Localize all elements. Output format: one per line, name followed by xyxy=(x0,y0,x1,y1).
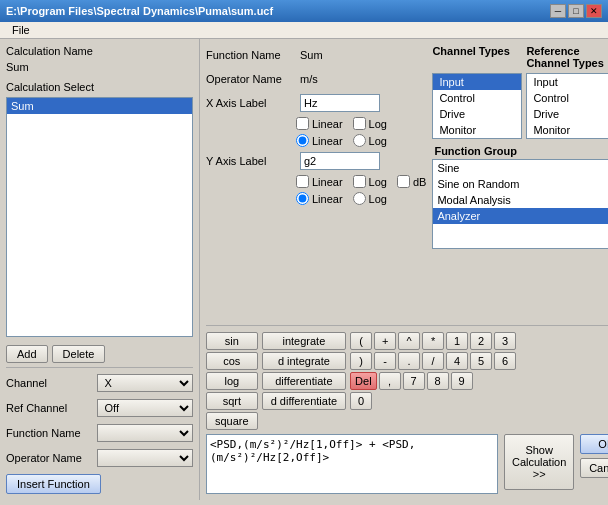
d-integrate-button[interactable]: d integrate xyxy=(262,352,346,370)
open-paren-button[interactable]: ( xyxy=(350,332,372,350)
calc-name-value: Sum xyxy=(6,61,193,73)
num4-button[interactable]: 4 xyxy=(446,352,468,370)
y-db1-check[interactable] xyxy=(397,175,410,188)
close-button[interactable]: ✕ xyxy=(586,4,602,18)
x-log1-check[interactable] xyxy=(353,117,366,130)
comma-button[interactable]: , xyxy=(379,372,401,390)
ref-channel-types-list[interactable]: Input Control Drive Monitor xyxy=(526,73,608,139)
close-paren-button[interactable]: ) xyxy=(350,352,372,370)
ops-col: integrate d integrate differentiate d di… xyxy=(262,332,346,430)
function-name-row: Function Name Sum xyxy=(206,45,426,65)
num2-button[interactable]: 2 xyxy=(470,332,492,350)
list-item[interactable]: Sum xyxy=(7,98,192,114)
slash-button[interactable]: / xyxy=(422,352,444,370)
log-button[interactable]: log xyxy=(206,372,258,390)
y-linear1-check[interactable] xyxy=(296,175,309,188)
ref-control[interactable]: Control xyxy=(527,90,608,106)
integrate-button[interactable]: integrate xyxy=(262,332,346,350)
x-log2-radio[interactable] xyxy=(353,134,366,147)
show-calculation-button[interactable]: Show Calculation >> xyxy=(504,434,574,490)
bottom-section: sin cos log sqrt square integrate d inte… xyxy=(206,325,608,494)
minimize-button[interactable]: ─ xyxy=(550,4,566,18)
num0-button[interactable]: 0 xyxy=(350,392,372,410)
insert-function-button[interactable]: Insert Function xyxy=(6,474,101,494)
fg-modal[interactable]: Modal Analysis xyxy=(433,192,608,208)
ref-channel-row: Ref Channel Off xyxy=(6,399,193,417)
fg-sine[interactable]: Sine xyxy=(433,160,608,176)
d-differentiate-button[interactable]: d differentiate xyxy=(262,392,346,410)
lower-operator-dropdown[interactable] xyxy=(97,449,193,467)
channel-drive[interactable]: Drive xyxy=(433,106,521,122)
add-button[interactable]: Add xyxy=(6,345,48,363)
y-checkbox-row: Linear Log dB xyxy=(296,175,426,188)
cos-button[interactable]: cos xyxy=(206,352,258,370)
y-axis-input[interactable] xyxy=(300,152,380,170)
channel-input[interactable]: Input xyxy=(433,74,521,90)
y-log1-check[interactable] xyxy=(353,175,366,188)
num6-button[interactable]: 6 xyxy=(494,352,516,370)
num1-button[interactable]: 1 xyxy=(446,332,468,350)
x-axis-input[interactable] xyxy=(300,94,380,112)
x-axis-row: X Axis Label xyxy=(206,93,426,113)
num9-button[interactable]: 9 xyxy=(451,372,473,390)
symbols-row3: Del , 7 8 9 xyxy=(350,372,516,390)
x-log1-label: Log xyxy=(353,117,387,130)
lower-function-dropdown[interactable] xyxy=(97,424,193,442)
symbols-row4: 0 xyxy=(350,392,516,410)
delete-button[interactable]: Delete xyxy=(52,345,106,363)
x-axis-label: X Axis Label xyxy=(206,97,296,109)
channel-control[interactable]: Control xyxy=(433,90,521,106)
lower-operator-label: Operator Name xyxy=(6,452,93,464)
ref-monitor[interactable]: Monitor xyxy=(527,122,608,138)
num3-button[interactable]: 3 xyxy=(494,332,516,350)
y-log2-label: Log xyxy=(353,192,387,205)
del-button[interactable]: Del xyxy=(350,372,377,390)
left-panel: Calculation Name Sum Calculation Select … xyxy=(0,39,200,500)
channel-types-list[interactable]: Input Control Drive Monitor xyxy=(432,73,522,139)
function-group-list[interactable]: Sine Sine on Random Modal Analysis Analy… xyxy=(432,159,608,249)
ok-button[interactable]: OK xyxy=(580,434,608,454)
y-log2-radio[interactable] xyxy=(353,192,366,205)
differentiate-button[interactable]: differentiate xyxy=(262,372,346,390)
window-title: E:\Program Files\Spectral Dynamics\Puma\… xyxy=(6,5,273,17)
x-linear1-label: Linear xyxy=(296,117,343,130)
square-button[interactable]: square xyxy=(206,412,258,430)
menu-file[interactable]: File xyxy=(6,22,36,38)
maximize-button[interactable]: □ xyxy=(568,4,584,18)
sqrt-button[interactable]: sqrt xyxy=(206,392,258,410)
channel-types-label: Channel Types xyxy=(432,45,522,69)
lower-operator-row: Operator Name xyxy=(6,449,193,467)
channel-dropdown[interactable]: X xyxy=(97,374,193,392)
ref-drive[interactable]: Drive xyxy=(527,106,608,122)
cancel-button[interactable]: Cancel xyxy=(580,458,608,478)
window: E:\Program Files\Spectral Dynamics\Puma\… xyxy=(0,0,608,500)
minus-button[interactable]: - xyxy=(374,352,396,370)
x-linear2-radio[interactable] xyxy=(296,134,309,147)
caret-button[interactable]: ^ xyxy=(398,332,420,350)
sin-button[interactable]: sin xyxy=(206,332,258,350)
keypad-section: sin cos log sqrt square integrate d inte… xyxy=(206,332,608,430)
dot-button[interactable]: . xyxy=(398,352,420,370)
title-bar: E:\Program Files\Spectral Dynamics\Puma\… xyxy=(0,0,608,22)
ref-input[interactable]: Input xyxy=(527,74,608,90)
channel-section: Channel Types Reference Channel Types In… xyxy=(432,45,608,321)
channel-row: Channel X xyxy=(6,374,193,392)
expression-textarea[interactable] xyxy=(206,434,498,494)
fg-analyzer[interactable]: Analyzer xyxy=(433,208,608,224)
num5-button[interactable]: 5 xyxy=(470,352,492,370)
function-name-label: Function Name xyxy=(206,49,296,61)
right-panel: Function Name Sum Operator Name m/s X Ax… xyxy=(200,39,608,500)
num7-button[interactable]: 7 xyxy=(403,372,425,390)
calc-select-list[interactable]: Sum xyxy=(6,97,193,337)
x-radio-row: Linear Log xyxy=(296,134,426,147)
x-linear1-check[interactable] xyxy=(296,117,309,130)
y-linear2-radio[interactable] xyxy=(296,192,309,205)
ref-channel-types-label: Reference Channel Types xyxy=(526,45,608,69)
symbols-row1: ( + ^ * 1 2 3 xyxy=(350,332,516,350)
star-button[interactable]: * xyxy=(422,332,444,350)
ref-channel-dropdown[interactable]: Off xyxy=(97,399,193,417)
num8-button[interactable]: 8 xyxy=(427,372,449,390)
plus-button[interactable]: + xyxy=(374,332,396,350)
channel-monitor[interactable]: Monitor xyxy=(433,122,521,138)
fg-sine-random[interactable]: Sine on Random xyxy=(433,176,608,192)
